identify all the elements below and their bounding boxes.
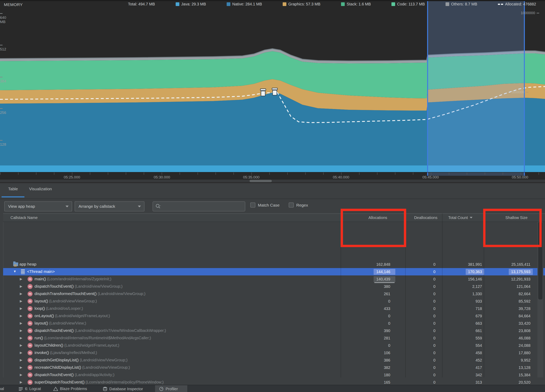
- table-row[interactable]: ▶mrun() (Lcom/android/internal/os/Runtim…: [3, 334, 545, 342]
- collapse-arrow-icon[interactable]: ▶: [20, 314, 22, 318]
- table-row[interactable]: ▶mdispatchTransformedTouchEvent() (Landr…: [3, 290, 545, 298]
- collapse-arrow-icon[interactable]: ▶: [20, 380, 22, 384]
- cell-shallow: 12,291,933: [487, 275, 530, 283]
- legend-swatch: [283, 2, 286, 6]
- cell-dealloc: 0: [408, 298, 435, 305]
- collapse-arrow-icon[interactable]: ▶: [20, 321, 22, 325]
- callstack-name: layoutChildren() (Landroid/widget/FrameL…: [35, 343, 119, 348]
- cell-alloc: 140,439: [344, 275, 390, 283]
- cell-alloc: 144,146: [344, 268, 390, 275]
- memory-stacked-area-chart[interactable]: [0, 0, 545, 183]
- tab-visualization[interactable]: Visualization: [29, 187, 52, 191]
- method-icon: m: [28, 380, 33, 385]
- selection-right-handle[interactable]: [524, 0, 525, 176]
- collapse-arrow-icon[interactable]: ▶: [20, 358, 22, 362]
- callstack-name: loop() (Landroid/os/Looper;): [35, 306, 83, 311]
- callstack-name: dispatchTouchEvent() (Landroid/support/v…: [35, 328, 166, 333]
- table-row[interactable]: ▶mdispatchTouchEvent() (Landroid/support…: [3, 327, 545, 334]
- cell-alloc: 0: [344, 298, 390, 305]
- tool-window-profiler[interactable]: Profiler: [159, 386, 178, 391]
- table-row[interactable]: ▶mmain() (Lcom/android/internal/os/Zygot…: [3, 275, 545, 283]
- cell-shallow: 13,175,593: [487, 268, 530, 275]
- collapse-arrow-icon[interactable]: ▶: [20, 299, 22, 303]
- memory-chart-panel[interactable]: MEMORY Total: 494.7 MBJava: 29.3 MBNativ…: [0, 0, 545, 183]
- table-row[interactable]: ▶mloop() (Landroid/os/Looper;)433071839,…: [3, 305, 545, 312]
- callstack-table: app heap162,8480381,99125,165,411▼<Threa…: [0, 222, 545, 385]
- table-row[interactable]: ▶mdispatchGetDisplayList() (Landroid/vie…: [3, 356, 545, 364]
- cell-dealloc: 0: [408, 342, 435, 349]
- cell-total: 1,330: [445, 290, 482, 298]
- cell-shallow: 46,088: [487, 334, 530, 342]
- profiler-icon: [159, 386, 164, 391]
- chevron-down-icon: [66, 205, 69, 207]
- table-row[interactable]: ▶mdispatchTouchEvent() (Landroid/app/Act…: [3, 371, 545, 379]
- column-header-deallocations[interactable]: Deallocations: [405, 214, 437, 222]
- table-row[interactable]: ▶minvoke() (Ljava/lang/reflect/Method;)1…: [3, 349, 545, 356]
- cell-total: 417: [445, 364, 482, 371]
- cell-dealloc: 0: [408, 356, 435, 364]
- tab-table[interactable]: Table: [8, 187, 18, 191]
- legend-item: Java: 29.3 MB: [176, 2, 206, 6]
- collapse-arrow-icon[interactable]: ▶: [20, 336, 22, 340]
- search-input[interactable]: [163, 204, 237, 209]
- chart-hscrollbar-thumb[interactable]: [249, 180, 272, 182]
- collapse-arrow-icon[interactable]: ▶: [20, 292, 22, 296]
- cell-dealloc: 0: [408, 268, 435, 275]
- expand-arrow-icon[interactable]: ▼: [13, 270, 17, 274]
- x-axis-tick-label: 05:45.000: [422, 175, 439, 179]
- collapse-arrow-icon[interactable]: ▶: [20, 306, 22, 311]
- gc-event-icon: [260, 89, 266, 96]
- cell-alloc: 0: [344, 320, 390, 327]
- collapse-arrow-icon[interactable]: ▶: [20, 365, 22, 369]
- column-header-callstack[interactable]: Callstack Name: [11, 214, 38, 222]
- table-row[interactable]: ▶mlayout() (Landroid/view/View;)0066333,…: [3, 320, 545, 327]
- tool-window-partial[interactable]: nal: [0, 386, 4, 391]
- table-row[interactable]: ▶monLayout() (Landroid/widget/FrameLayou…: [3, 312, 545, 320]
- tool-window-database-inspector[interactable]: Database Inspector: [103, 386, 143, 391]
- method-icon: m: [28, 321, 33, 326]
- x-axis-tick-label: 05:30.000: [154, 175, 170, 179]
- heap-dump-panel: Table Visualization View app heap Arrang…: [0, 183, 545, 385]
- callstack-package: (Landroid/app/Activity;): [74, 373, 114, 377]
- x-axis-tick-label: 05:50.000: [512, 175, 528, 179]
- collapse-arrow-icon[interactable]: ▶: [20, 284, 22, 288]
- cell-total: 554: [445, 342, 482, 349]
- legend-swatch: [176, 2, 179, 6]
- collapse-arrow-icon[interactable]: ▶: [20, 351, 22, 355]
- cell-total: 661: [445, 327, 482, 334]
- match-case-checkbox[interactable]: [250, 203, 255, 208]
- collapse-arrow-icon[interactable]: ▶: [20, 343, 22, 347]
- collapse-arrow-icon[interactable]: ▶: [20, 329, 22, 333]
- callstack-name: recreateChildDisplayList() (Landroid/vie…: [35, 365, 130, 370]
- heap-select-dropdown[interactable]: View app heap: [4, 201, 72, 212]
- table-row[interactable]: ▶mdispatchTouchEvent() (Landroid/view/Vi…: [3, 283, 545, 290]
- legend-swatch: [446, 2, 449, 6]
- regex-checkbox[interactable]: [289, 203, 294, 208]
- match-case-label: Match Case: [258, 203, 279, 208]
- table-row[interactable]: ▶mrecreateChildDisplayList() (Landroid/v…: [3, 364, 545, 371]
- chart-hscrollbar-track[interactable]: [0, 180, 545, 182]
- table-row[interactable]: ▼<Thread main>144,1460170,36313,175,593: [3, 268, 545, 275]
- range-selection[interactable]: [427, 0, 525, 176]
- collapse-arrow-icon[interactable]: ▶: [20, 277, 22, 281]
- table-row[interactable]: app heap162,8480381,99125,165,411: [3, 261, 545, 268]
- search-box[interactable]: [153, 201, 245, 212]
- y-axis-right-tick: 500000: [512, 90, 528, 94]
- cell-dealloc: 0: [408, 305, 435, 312]
- table-row[interactable]: ▶mlayoutChildren() (Landroid/widget/Fram…: [3, 342, 545, 349]
- cell-dealloc: 0: [408, 334, 435, 342]
- tool-window-logcat[interactable]: 6: Logcat: [19, 386, 41, 391]
- callstack-package: (Landroid/view/ViewGroup;): [79, 358, 128, 362]
- cell-shallow: 25,165,411: [487, 261, 530, 268]
- legend-item: Stack: 1.6 MB: [341, 2, 371, 6]
- collapse-arrow-icon[interactable]: ▶: [20, 373, 22, 377]
- callstack-package: (Landroid/os/Looper;): [45, 306, 83, 311]
- legend-swatch: [341, 2, 345, 6]
- divider: [0, 199, 545, 199]
- selection-left-handle[interactable]: [427, 0, 428, 176]
- folder-icon: [13, 262, 18, 266]
- column-header-total-count[interactable]: Total Count: [448, 214, 472, 222]
- tool-window-blaze-problems[interactable]: Blaze Problems: [53, 386, 87, 391]
- table-row[interactable]: ▶mlayout() (Landroid/view/ViewGroup;)009…: [3, 298, 545, 305]
- arrange-select-dropdown[interactable]: Arrange by callstack: [75, 201, 144, 212]
